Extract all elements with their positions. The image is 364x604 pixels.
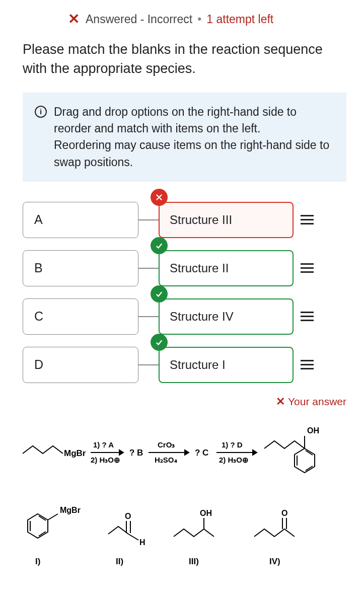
svg-text:2) H₃O⊕: 2) H₃O⊕ bbox=[219, 456, 249, 464]
drag-handle-icon[interactable] bbox=[301, 263, 314, 273]
answer-slot-c[interactable]: Structure IV bbox=[159, 298, 294, 335]
x-badge-icon bbox=[151, 189, 168, 206]
match-row-d: D Structure I bbox=[23, 347, 346, 383]
svg-marker-2 bbox=[119, 450, 123, 455]
check-badge-icon bbox=[151, 285, 168, 303]
svg-text:1) ? A: 1) ? A bbox=[93, 440, 114, 449]
svg-text:MgBr: MgBr bbox=[64, 448, 86, 458]
svg-text:I): I) bbox=[35, 557, 40, 566]
svg-text:O: O bbox=[125, 512, 131, 520]
svg-text:II): II) bbox=[116, 557, 123, 566]
chemistry-diagram: MgBr 1) ? A 2) H₃O⊕ ? B CrO₃ H₂SO₄ ? C 1… bbox=[23, 418, 346, 579]
svg-text:? B: ? B bbox=[129, 448, 143, 458]
drag-handle-icon[interactable] bbox=[301, 360, 314, 369]
svg-text:IV): IV) bbox=[269, 557, 280, 566]
x-icon: ✕ bbox=[276, 395, 285, 408]
svg-marker-7 bbox=[185, 450, 189, 455]
svg-text:O: O bbox=[281, 509, 287, 517]
status-bar: ✕ Answered - Incorrect • 1 attempt left bbox=[23, 0, 346, 40]
your-answer-label: ✕ Your answer bbox=[23, 395, 346, 408]
prompt-a: A bbox=[23, 202, 138, 238]
status-text: Answered - Incorrect bbox=[86, 13, 192, 26]
svg-text:OH: OH bbox=[200, 509, 212, 517]
match-row-a: A Structure III bbox=[23, 202, 346, 238]
answer-slot-d[interactable]: Structure I bbox=[159, 347, 294, 383]
svg-line-28 bbox=[128, 534, 138, 540]
svg-text:OH: OH bbox=[307, 426, 319, 435]
instructions-text: Drag and drop options on the right-hand … bbox=[54, 104, 333, 171]
drag-handle-icon[interactable] bbox=[301, 312, 314, 321]
prompt-d: D bbox=[23, 347, 138, 383]
check-badge-icon bbox=[151, 237, 168, 254]
info-icon: i bbox=[35, 106, 47, 118]
answer-slot-a[interactable]: Structure III bbox=[159, 202, 294, 238]
svg-marker-12 bbox=[253, 450, 257, 455]
match-area: A Structure III B Structure II C Structu… bbox=[23, 202, 346, 383]
check-badge-icon bbox=[151, 334, 168, 351]
drag-handle-icon[interactable] bbox=[301, 215, 314, 224]
svg-text:1) ? D: 1) ? D bbox=[222, 440, 243, 449]
svg-text:H: H bbox=[139, 538, 145, 547]
instructions-panel: i Drag and drop options on the right-han… bbox=[23, 93, 346, 182]
svg-text:H₂SO₄: H₂SO₄ bbox=[155, 456, 177, 464]
svg-text:CrO₃: CrO₃ bbox=[158, 440, 175, 449]
answer-slot-b[interactable]: Structure II bbox=[159, 250, 294, 286]
prompt-b: B bbox=[23, 250, 138, 286]
match-row-b: B Structure II bbox=[23, 250, 346, 286]
x-icon: ✕ bbox=[68, 12, 80, 26]
svg-line-25 bbox=[48, 514, 58, 520]
question-text: Please match the blanks in the reaction … bbox=[23, 40, 346, 79]
svg-text:MgBr: MgBr bbox=[60, 506, 81, 514]
match-row-c: C Structure IV bbox=[23, 298, 346, 335]
attempts-left: 1 attempt left bbox=[206, 13, 273, 26]
separator-dot: • bbox=[197, 13, 201, 26]
svg-text:? C: ? C bbox=[195, 448, 208, 458]
svg-text:III): III) bbox=[189, 557, 199, 566]
svg-text:2) H₃O⊕: 2) H₃O⊕ bbox=[91, 456, 120, 464]
prompt-c: C bbox=[23, 298, 138, 335]
